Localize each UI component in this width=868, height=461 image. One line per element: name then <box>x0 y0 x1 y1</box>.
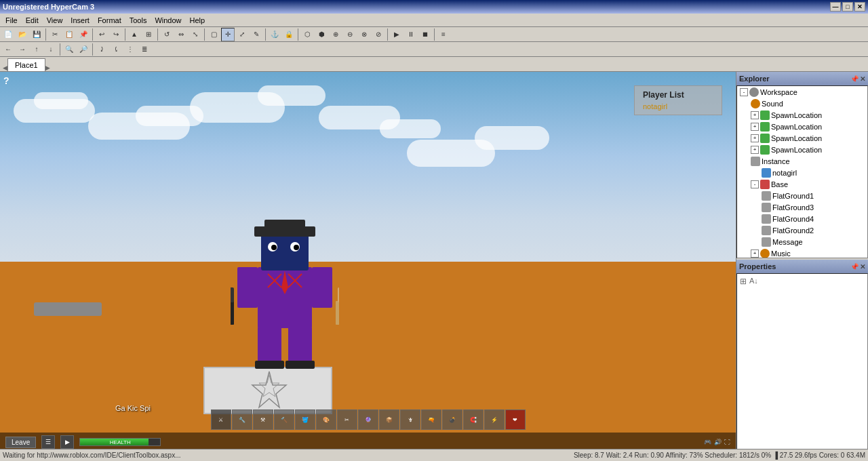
tree-spawnlocation-4[interactable]: + SpawnLocation <box>737 144 867 155</box>
down-btn[interactable]: ↓ <box>44 43 58 56</box>
tab-place1[interactable]: Place1 <box>7 58 45 71</box>
hotbar-slot-11[interactable]: 🔫 <box>421 409 441 430</box>
tree-workspace[interactable]: - Workspace <box>737 86 867 98</box>
scale-btn[interactable]: ⤡ <box>189 28 202 41</box>
back-btn[interactable]: ← <box>1 43 15 56</box>
explorer-tree[interactable]: - Workspace Sound + SpawnLocation + Spaw… <box>736 85 868 258</box>
hotbar-slot-2[interactable]: 🔧 <box>232 409 252 430</box>
hotbar-slot-15[interactable]: ❤ <box>505 409 526 430</box>
separate-btn[interactable]: ⊘ <box>372 28 385 41</box>
redo-btn[interactable]: ↪ <box>109 28 123 41</box>
align-btn[interactable]: ≣ <box>138 43 151 56</box>
tree-music[interactable]: + Music <box>737 247 867 258</box>
zoom-out-btn[interactable]: 🔎 <box>77 43 90 56</box>
hotbar-slot-9[interactable]: 📦 <box>379 409 399 430</box>
hotbar-slot-14[interactable]: ⚡ <box>484 409 505 430</box>
tree-spawnlocation-1[interactable]: + SpawnLocation <box>737 109 867 121</box>
union-btn[interactable]: ⊕ <box>329 28 342 41</box>
music-expand[interactable]: + <box>751 249 759 258</box>
hotbar-slot-6[interactable]: 🎨 <box>316 409 336 430</box>
tree-message[interactable]: Message <box>737 236 867 247</box>
resize-btn[interactable]: ⤢ <box>235 28 249 41</box>
expand-btn[interactable]: ⤸ <box>95 43 108 56</box>
select-btn[interactable]: ▢ <box>207 28 220 41</box>
arrow-up-btn[interactable]: ▲ <box>127 28 141 41</box>
arrow-right-btn[interactable]: ▶ <box>60 435 74 449</box>
menu-edit[interactable]: Edit <box>22 14 43 26</box>
properties-pin-btn[interactable]: 📌 <box>850 263 859 270</box>
fwd-btn[interactable]: → <box>16 43 29 56</box>
misc1-btn[interactable]: ≡ <box>437 28 450 41</box>
hotbar-slot-1[interactable]: ⚔ <box>211 409 231 430</box>
copy-btn[interactable]: 📋 <box>62 28 76 41</box>
cut-btn[interactable]: ✂ <box>48 28 62 41</box>
tree-spawnlocation-3[interactable]: + SpawnLocation <box>737 132 867 144</box>
explorer-pin-btn[interactable]: 📌 <box>850 75 859 83</box>
leave-button[interactable]: Leave <box>5 437 36 448</box>
tree-instance[interactable]: Instance <box>737 155 867 167</box>
tree-sound[interactable]: Sound <box>737 98 867 109</box>
tree-flatground1[interactable]: FlatGround1 <box>737 190 867 201</box>
tab-prev-arrow[interactable]: ◀ <box>3 64 7 71</box>
spawn4-expand[interactable]: + <box>751 146 759 154</box>
hotbar-slot-4[interactable]: 🔨 <box>274 409 294 430</box>
explorer-close-btn[interactable]: ✕ <box>860 75 865 83</box>
grid-btn[interactable]: ⊞ <box>142 28 155 41</box>
properties-close-btn[interactable]: ✕ <box>860 263 865 270</box>
pause-btn[interactable]: ⏸ <box>404 28 418 41</box>
menu-view[interactable]: View <box>43 14 67 26</box>
collapse-btn[interactable]: ⤹ <box>109 43 123 56</box>
tab-next-arrow[interactable]: ▶ <box>45 64 50 71</box>
hotbar-slot-10[interactable]: 🗡 <box>400 409 420 430</box>
menu-file[interactable]: File <box>1 14 22 26</box>
tree-flatground3[interactable]: FlatGround3 <box>737 201 867 213</box>
maximize-button[interactable]: □ <box>842 2 853 12</box>
hotbar-slot-7[interactable]: ✂ <box>337 409 357 430</box>
stop-btn[interactable]: ⏹ <box>418 28 432 41</box>
intersect-btn[interactable]: ⊗ <box>357 28 371 41</box>
menu-format[interactable]: Format <box>94 14 125 26</box>
tree-spawnlocation-2[interactable]: + SpawnLocation <box>737 121 867 132</box>
base-expand[interactable]: - <box>751 180 759 188</box>
play-btn[interactable]: ▶ <box>390 28 403 41</box>
hotbar-slot-5[interactable]: 🪣 <box>295 409 315 430</box>
mirror-btn[interactable]: ⇔ <box>174 28 188 41</box>
spawn2-expand[interactable]: + <box>751 123 759 131</box>
group-btn[interactable]: ⬡ <box>300 28 314 41</box>
anchor-btn[interactable]: ⚓ <box>268 28 281 41</box>
paint-btn[interactable]: ✎ <box>250 28 263 41</box>
workspace-expand[interactable]: - <box>740 88 748 96</box>
negate-btn[interactable]: ⊖ <box>343 28 357 41</box>
tree-notagirl[interactable]: notagirl <box>737 167 867 178</box>
undo-btn[interactable]: ↩ <box>95 28 108 41</box>
paste-btn[interactable]: 📌 <box>77 28 90 41</box>
move-btn[interactable]: ✛ <box>221 28 235 41</box>
menu-help[interactable]: Help <box>186 14 210 26</box>
menu-insert[interactable]: Insert <box>66 14 94 26</box>
tree-base[interactable]: - Base <box>737 178 867 190</box>
lock-btn[interactable]: 🔒 <box>282 28 296 41</box>
spawn1-expand[interactable]: + <box>751 111 759 119</box>
menu-window[interactable]: Window <box>151 14 185 26</box>
save-btn[interactable]: 💾 <box>30 28 43 41</box>
close-button[interactable]: ✕ <box>854 2 865 12</box>
zoom-in-btn[interactable]: 🔍 <box>62 43 76 56</box>
help-button[interactable]: ? <box>3 75 9 86</box>
viewport[interactable]: Player List notagirl ? Ga Kic Spi ⚔ 🔧 ⚒ … <box>0 72 736 452</box>
hotbar-slot-13[interactable]: 🧲 <box>463 409 484 430</box>
rotate-btn[interactable]: ↺ <box>160 28 174 41</box>
minimize-button[interactable]: — <box>830 2 841 12</box>
menu-tools[interactable]: Tools <box>125 14 151 26</box>
tree-flatground4[interactable]: FlatGround4 <box>737 213 867 224</box>
up-btn[interactable]: ↑ <box>30 43 43 56</box>
hotbar-slot-8[interactable]: 🔮 <box>358 409 378 430</box>
menu-icon-btn[interactable]: ☰ <box>41 435 55 449</box>
tree-flatground2[interactable]: FlatGround2 <box>737 224 867 236</box>
ungroup-btn[interactable]: ⬢ <box>315 28 328 41</box>
new-btn[interactable]: 📄 <box>1 28 15 41</box>
snap-btn[interactable]: ⋮ <box>123 43 137 56</box>
spawn3-expand[interactable]: + <box>751 134 759 142</box>
hotbar-slot-12[interactable]: 💣 <box>442 409 462 430</box>
open-btn[interactable]: 📂 <box>16 28 29 41</box>
hotbar-slot-3[interactable]: ⚒ <box>253 409 273 430</box>
